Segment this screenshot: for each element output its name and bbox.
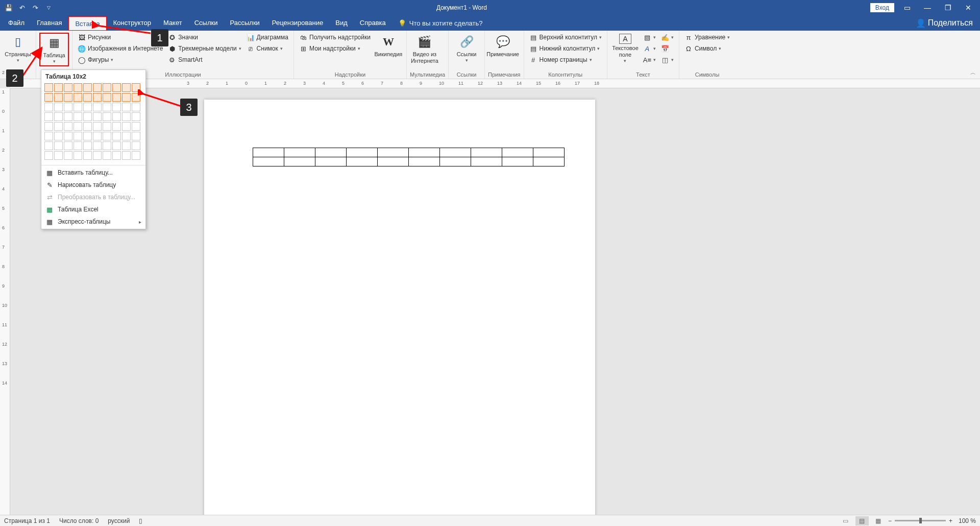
object-button[interactable]: ◫ [659, 54, 676, 65]
header-button[interactable]: ▤Верхний колонтитул [527, 32, 604, 43]
grid-cell[interactable] [83, 93, 92, 102]
grid-cell[interactable] [74, 151, 82, 160]
grid-cell[interactable] [74, 132, 82, 140]
tab-home[interactable]: Главная [31, 16, 68, 30]
grid-cell[interactable] [103, 141, 111, 150]
view-web-layout-icon[interactable]: ▦ [872, 516, 885, 525]
grid-cell[interactable] [112, 151, 121, 160]
grid-cell[interactable] [74, 93, 82, 102]
my-addins-button[interactable]: ⊞Мои надстройки [297, 43, 373, 54]
save-icon[interactable]: 💾 [4, 3, 13, 12]
grid-cell[interactable] [103, 112, 111, 121]
grid-cell[interactable] [74, 141, 82, 150]
shapes-button[interactable]: ◯Фигуры [76, 54, 165, 65]
status-language[interactable]: русский [108, 517, 130, 524]
grid-cell[interactable] [74, 112, 82, 121]
grid-cell[interactable] [103, 83, 111, 92]
view-print-layout-icon[interactable]: ▤ [855, 516, 869, 525]
tab-insert[interactable]: Вставка [68, 16, 107, 30]
grid-cell[interactable] [132, 112, 140, 121]
grid-cell[interactable] [103, 103, 111, 111]
grid-cell[interactable] [93, 83, 102, 92]
zoom-in-icon[interactable]: + [949, 517, 952, 524]
quick-tables-item[interactable]: ▦Экспресс-таблицы▸ [41, 216, 145, 228]
zoom-out-icon[interactable]: − [888, 517, 892, 524]
grid-cell[interactable] [122, 112, 131, 121]
grid-cell[interactable] [132, 103, 140, 111]
comment-button[interactable]: 💬 Примечание [488, 32, 518, 58]
grid-cell[interactable] [64, 141, 72, 150]
redo-icon[interactable]: ↷ [31, 3, 40, 12]
minimize-icon[interactable]: — [920, 0, 935, 15]
textbox-button[interactable]: A Текстовое поле [610, 32, 640, 64]
grid-cell[interactable] [132, 141, 140, 150]
grid-cell[interactable] [44, 93, 53, 102]
ribbon-display-options-icon[interactable]: ▭ [899, 0, 915, 15]
grid-cell[interactable] [54, 103, 63, 111]
tab-view[interactable]: Вид [329, 16, 354, 30]
draw-table-item[interactable]: ✎Нарисовать таблицу [41, 179, 145, 191]
grid-cell[interactable] [54, 112, 63, 121]
grid-cell[interactable] [83, 112, 92, 121]
chart-button[interactable]: 📊Диаграмма [244, 32, 290, 43]
grid-cell[interactable] [93, 103, 102, 111]
grid-cell[interactable] [132, 83, 140, 92]
table-button[interactable]: ▦ Таблица [39, 33, 69, 66]
grid-cell[interactable] [54, 83, 63, 92]
grid-cell[interactable] [112, 122, 121, 131]
grid-cell[interactable] [112, 141, 121, 150]
status-page[interactable]: Страница 1 из 1 [4, 517, 50, 524]
quick-parts-button[interactable]: ▧ [641, 32, 658, 43]
smartart-button[interactable]: ⚙SmartArt [166, 54, 243, 65]
grid-cell[interactable] [64, 112, 72, 121]
grid-cell[interactable] [103, 151, 111, 160]
grid-cell[interactable] [93, 151, 102, 160]
page-number-button[interactable]: #Номер страницы [527, 54, 604, 65]
tab-mailings[interactable]: Рассылки [224, 16, 265, 30]
table-grid-picker[interactable] [41, 82, 145, 164]
grid-cell[interactable] [112, 103, 121, 111]
grid-cell[interactable] [64, 83, 72, 92]
grid-cell[interactable] [103, 122, 111, 131]
grid-cell[interactable] [103, 132, 111, 140]
share-button[interactable]: 👤 Поделиться [916, 18, 973, 28]
grid-cell[interactable] [122, 132, 131, 140]
document-page[interactable] [204, 100, 595, 515]
grid-cell[interactable] [132, 151, 140, 160]
insert-table-item[interactable]: ▦Вставить таблицу... [41, 166, 145, 179]
screenshot-button[interactable]: ⎚Снимок [244, 43, 290, 54]
grid-cell[interactable] [93, 122, 102, 131]
tab-help[interactable]: Справка [354, 16, 392, 30]
grid-cell[interactable] [93, 112, 102, 121]
excel-table-item[interactable]: ▦Таблица Excel [41, 203, 145, 216]
close-icon[interactable]: ✕ [961, 0, 976, 15]
grid-cell[interactable] [122, 103, 131, 111]
grid-cell[interactable] [64, 103, 72, 111]
footer-button[interactable]: ▤Нижний колонтитул [527, 43, 604, 54]
grid-cell[interactable] [122, 141, 131, 150]
grid-cell[interactable] [74, 122, 82, 131]
grid-cell[interactable] [93, 93, 102, 102]
collapse-ribbon-icon[interactable]: ︿ [970, 69, 976, 77]
grid-cell[interactable] [64, 93, 72, 102]
grid-cell[interactable] [83, 122, 92, 131]
grid-cell[interactable] [93, 132, 102, 140]
grid-cell[interactable] [44, 103, 53, 111]
grid-cell[interactable] [122, 93, 131, 102]
grid-cell[interactable] [122, 122, 131, 131]
drop-cap-button[interactable]: A≡ [641, 54, 658, 65]
grid-cell[interactable] [54, 122, 63, 131]
grid-cell[interactable] [103, 93, 111, 102]
grid-cell[interactable] [54, 93, 63, 102]
tell-me-search[interactable]: 💡 Что вы хотите сделать? [398, 19, 483, 27]
status-words[interactable]: Число слов: 0 [59, 517, 99, 524]
grid-cell[interactable] [54, 151, 63, 160]
grid-cell[interactable] [122, 151, 131, 160]
grid-cell[interactable] [74, 83, 82, 92]
grid-cell[interactable] [112, 132, 121, 140]
grid-cell[interactable] [83, 132, 92, 140]
grid-cell[interactable] [74, 103, 82, 111]
undo-icon[interactable]: ↶ [17, 3, 27, 12]
horizontal-ruler[interactable]: 3210123456789101112131415161718 [10, 79, 980, 88]
wikipedia-button[interactable]: W Википедия [374, 32, 403, 58]
